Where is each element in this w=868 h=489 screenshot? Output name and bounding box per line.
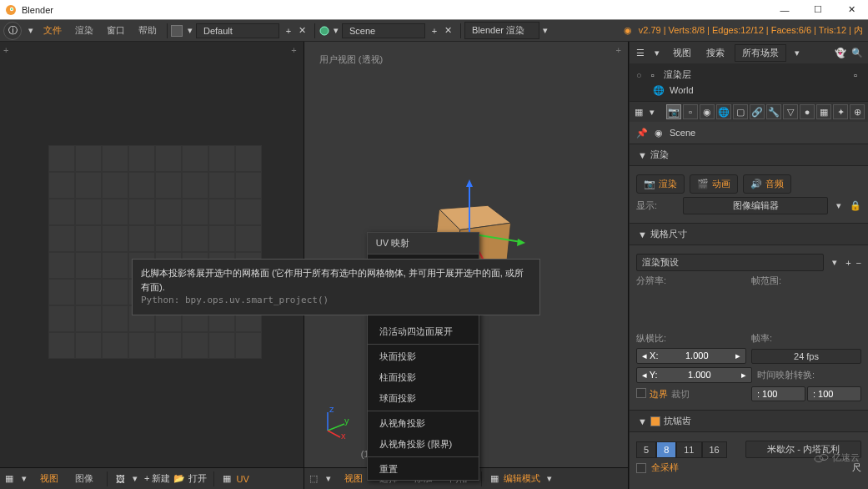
image-icon[interactable]: 🖼 xyxy=(114,473,126,485)
tab-physics[interactable]: ⊕ xyxy=(850,104,865,119)
outliner-icon[interactable]: ☰ xyxy=(635,47,646,58)
dropdown-icon[interactable]: ▾ xyxy=(791,47,803,58)
uv-menu-image[interactable]: 图像 xyxy=(68,472,100,485)
layout-selector[interactable]: Default xyxy=(196,23,279,38)
panel-antialias[interactable]: ▼ 抗锯齿 xyxy=(630,410,868,432)
fullsample-checkbox[interactable] xyxy=(636,463,646,473)
search-icon[interactable]: 🔍 xyxy=(851,47,863,58)
menu-window[interactable]: 窗口 xyxy=(100,24,132,37)
preset-selector[interactable]: 渲染预设 xyxy=(636,254,824,271)
aa-5[interactable]: 5 xyxy=(636,441,656,458)
dropdown-icon[interactable]: ▾ xyxy=(833,200,845,212)
open-image-button[interactable]: 打开 xyxy=(188,472,207,485)
vp-menu-view[interactable]: 视图 xyxy=(338,472,369,485)
lock-icon[interactable]: 🔒 xyxy=(850,200,861,212)
remove-preset-button[interactable]: − xyxy=(856,258,861,268)
outliner-search[interactable]: 搜索 xyxy=(701,45,730,61)
uv-menu-view[interactable]: 视图 xyxy=(33,472,65,485)
menu-file[interactable]: 文件 xyxy=(37,24,68,37)
menu-help[interactable]: 帮助 xyxy=(132,24,163,37)
remap-new-input[interactable]: : 100 xyxy=(807,386,861,401)
expand-properties-icon[interactable]: + xyxy=(616,45,621,55)
tab-scene[interactable]: ◉ xyxy=(700,104,715,119)
menu-render[interactable]: 渲染 xyxy=(68,24,100,37)
ctx-item-6[interactable]: 球面投影 xyxy=(368,388,479,409)
tab-material[interactable]: ● xyxy=(800,104,815,119)
outliner-view[interactable]: 视图 xyxy=(668,45,696,61)
tree-row[interactable]: 🌐 World xyxy=(636,83,861,98)
ctx-item-7[interactable]: 从视角投影 xyxy=(368,413,479,434)
add-layout-button[interactable]: + xyxy=(283,25,294,37)
dropdown-icon[interactable]: ▾ xyxy=(129,473,141,485)
dropdown-icon[interactable]: ▾ xyxy=(18,473,30,485)
panel-render[interactable]: ▼ 渲染 xyxy=(630,144,868,166)
tab-particles[interactable]: ✦ xyxy=(833,104,848,119)
dropdown-icon[interactable]: ▾ xyxy=(829,257,840,269)
ctx-item-8[interactable]: 从视角投影 (限界) xyxy=(368,434,479,455)
ctx-item-5[interactable]: 柱面投影 xyxy=(368,367,479,388)
dropdown-icon[interactable]: ▾ xyxy=(539,25,551,37)
uv-icon[interactable]: ▦ xyxy=(221,473,233,485)
remove-layout-button[interactable]: ✕ xyxy=(296,25,308,37)
ghost-icon[interactable]: 👻 xyxy=(835,47,846,58)
close-button[interactable]: ✕ xyxy=(835,0,868,19)
renderlayer-icon[interactable]: ▫ xyxy=(850,69,861,81)
open-icon[interactable]: 📂 xyxy=(173,473,185,485)
ctx-item-3[interactable]: 沿活动四边面展开 xyxy=(368,321,479,342)
minimize-button[interactable]: — xyxy=(768,0,801,19)
aspect-x-input[interactable]: ◂ X:1.000▸ xyxy=(636,348,746,364)
audio-button[interactable]: 🔊音频 xyxy=(743,174,791,194)
outliner-filter[interactable]: 所有场景 xyxy=(735,44,786,62)
tab-modifiers[interactable]: 🔧 xyxy=(766,104,781,119)
dropdown-icon[interactable]: ▾ xyxy=(184,25,196,37)
tree-row[interactable]: ○ ▫ 渲染层 ▫ xyxy=(636,67,861,83)
framerate-selector[interactable]: 24 fps xyxy=(751,349,861,364)
tab-object[interactable]: ▢ xyxy=(733,104,748,119)
expand-properties-icon[interactable]: + xyxy=(291,45,296,55)
tab-texture[interactable]: ▦ xyxy=(816,104,831,119)
aa-16[interactable]: 16 xyxy=(702,441,727,458)
aa-checkbox[interactable] xyxy=(650,416,660,426)
dropdown-icon[interactable]: ▾ xyxy=(25,25,37,37)
editor-type-icon[interactable]: ⬚ xyxy=(308,473,319,485)
maximize-button[interactable]: ☐ xyxy=(801,0,835,19)
tab-render-layers[interactable]: ▫ xyxy=(683,104,698,119)
tab-data[interactable]: ▽ xyxy=(783,104,798,119)
ctx-item-4[interactable]: 块面投影 xyxy=(368,346,479,367)
aa-8[interactable]: 8 xyxy=(656,441,676,458)
ctx-item-9[interactable]: 重置 xyxy=(368,459,479,480)
tab-world[interactable]: 🌐 xyxy=(716,104,731,119)
pin-icon[interactable]: 📌 xyxy=(636,127,648,139)
display-selector[interactable]: 图像编辑器 xyxy=(683,197,828,214)
render-button[interactable]: 📷渲染 xyxy=(636,174,685,194)
remap-old-input[interactable]: : 100 xyxy=(751,386,805,401)
dropdown-icon[interactable]: ▾ xyxy=(330,25,342,37)
dropdown-icon[interactable]: ▾ xyxy=(544,473,555,485)
tab-render[interactable]: 📷 xyxy=(666,104,681,119)
panel-dimensions[interactable]: ▼ 规格尺寸 xyxy=(630,223,868,245)
dropdown-icon[interactable]: ▾ xyxy=(646,106,658,118)
uv-grid[interactable] xyxy=(48,145,262,359)
remove-scene-button[interactable]: ✕ xyxy=(442,25,454,37)
animation-button[interactable]: 🎬动画 xyxy=(690,174,738,194)
mode-selector[interactable]: 编辑模式 xyxy=(504,472,540,485)
border-checkbox[interactable] xyxy=(636,388,646,398)
outliner-tree[interactable]: ○ ▫ 渲染层 ▫ 🌐 World xyxy=(630,63,868,101)
add-preset-button[interactable]: + xyxy=(845,258,850,268)
mode-icon[interactable]: ▦ xyxy=(489,473,500,485)
dropdown-icon[interactable]: ▾ xyxy=(651,47,663,58)
render-engine-selector[interactable]: Blender 渲染 xyxy=(464,22,539,39)
scene-selector[interactable]: Scene xyxy=(342,23,425,38)
uv-label[interactable]: UV xyxy=(236,474,248,484)
editor-type-icon[interactable]: ▦ xyxy=(3,473,15,485)
aa-11[interactable]: 11 xyxy=(676,441,701,458)
props-editor-icon[interactable]: ▦ xyxy=(633,106,645,118)
tab-constraints[interactable]: 🔗 xyxy=(750,104,765,119)
aspect-y-input[interactable]: ◂ Y:1.000▸ xyxy=(636,367,752,383)
layout-icon[interactable] xyxy=(171,25,183,37)
info-editor-icon[interactable]: ⓘ xyxy=(3,22,22,40)
add-scene-button[interactable]: + xyxy=(429,25,440,37)
new-image-button[interactable]: + 新建 xyxy=(144,472,170,485)
expand-toolbar-icon[interactable]: + xyxy=(3,45,8,55)
dropdown-icon[interactable]: ▾ xyxy=(323,473,334,485)
